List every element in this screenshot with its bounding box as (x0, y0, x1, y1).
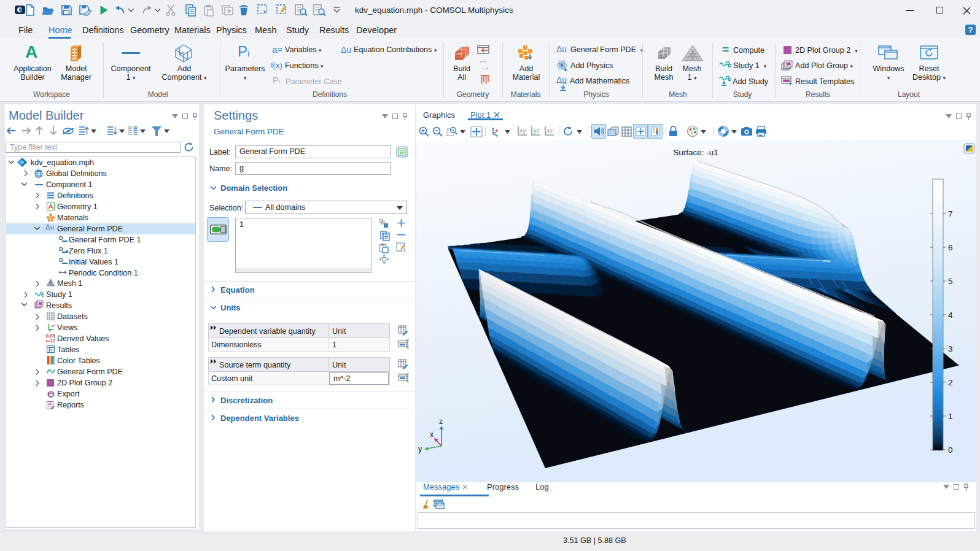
svg-text:x: x (430, 430, 434, 439)
svg-text:y: y (523, 128, 526, 134)
svg-text:Surface: -u1: Surface: -u1 (673, 148, 718, 157)
svg-text:6: 6 (948, 243, 953, 252)
svg-text:1: 1 (948, 412, 953, 421)
svg-text:z: z (550, 128, 553, 134)
svg-text:2: 2 (948, 378, 953, 387)
svg-text:4: 4 (948, 310, 953, 320)
svg-text:z: z (439, 417, 443, 426)
svg-text:y: y (418, 445, 422, 453)
svg-text:z: z (537, 128, 539, 134)
svg-text:0: 0 (948, 445, 953, 455)
svg-text:7: 7 (948, 209, 953, 218)
svg-text:3: 3 (948, 344, 953, 353)
svg-text:5: 5 (948, 277, 953, 286)
